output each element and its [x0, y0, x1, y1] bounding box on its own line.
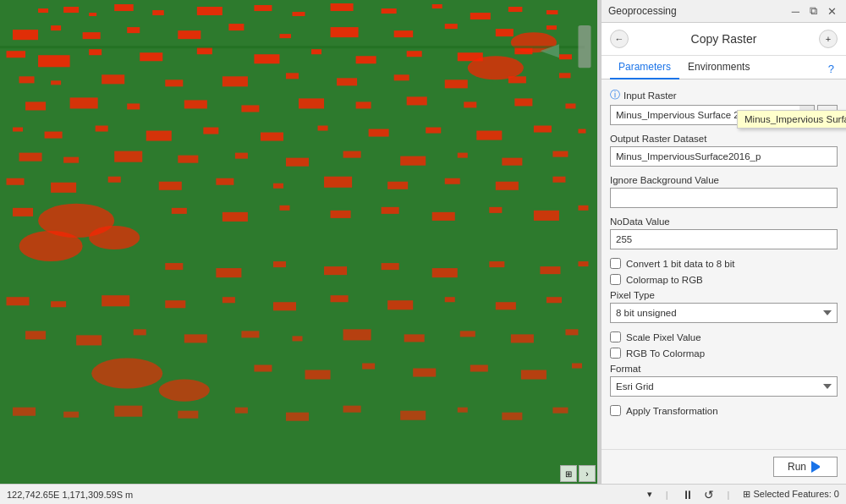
- svg-rect-138: [460, 331, 475, 337]
- svg-rect-82: [400, 156, 426, 166]
- svg-rect-146: [413, 369, 436, 377]
- nodata-value-input[interactable]: [610, 229, 838, 249]
- svg-rect-94: [445, 178, 460, 184]
- svg-rect-45: [286, 73, 299, 79]
- svg-rect-10: [432, 4, 442, 8]
- rgb-to-colormap-row: RGB To Colormap: [610, 348, 838, 359]
- svg-rect-159: [502, 413, 522, 420]
- rgb-to-colormap-label[interactable]: RGB To Colormap: [626, 348, 705, 359]
- svg-rect-40: [19, 76, 35, 83]
- svg-rect-116: [489, 261, 504, 267]
- dropdown-arrow[interactable]: ▾: [647, 489, 652, 500]
- svg-rect-143: [254, 365, 272, 372]
- svg-rect-44: [222, 76, 248, 86]
- svg-rect-18: [178, 30, 201, 39]
- scale-pixel-label[interactable]: Scale Pixel Value: [626, 332, 701, 342]
- dock-icon[interactable]: ⧉: [807, 3, 820, 19]
- svg-rect-124: [273, 302, 296, 310]
- forward-button[interactable]: +: [819, 30, 838, 48]
- svg-rect-68: [261, 133, 283, 141]
- svg-rect-132: [134, 329, 146, 335]
- svg-rect-129: [547, 297, 562, 303]
- nodata-value-group: NoData Value: [610, 216, 838, 249]
- svg-rect-12: [508, 7, 523, 12]
- svg-rect-137: [404, 334, 425, 342]
- rgb-to-colormap-checkbox[interactable]: [610, 348, 621, 359]
- input-raster-info-icon[interactable]: ⓘ: [610, 88, 620, 102]
- toolbar-extra-button[interactable]: ›: [579, 465, 596, 482]
- pixel-type-label: Pixel Type: [610, 290, 838, 300]
- svg-rect-127: [445, 297, 455, 302]
- help-button[interactable]: ?: [825, 59, 838, 79]
- run-button[interactable]: Run: [773, 457, 838, 477]
- svg-rect-53: [127, 103, 140, 109]
- pixel-type-row: 8 bit unsigned 1 bit 8 bit signed 16 bit…: [610, 303, 838, 323]
- svg-rect-104: [331, 211, 351, 218]
- refresh-icon[interactable]: ↺: [704, 488, 714, 501]
- nodata-value-row: [610, 229, 838, 249]
- svg-rect-61: [565, 103, 575, 108]
- output-raster-label: Output Raster Dataset: [610, 134, 838, 144]
- convert-1bit-label[interactable]: Convert 1 bit data to 8 bit: [626, 259, 735, 269]
- svg-rect-64: [45, 132, 63, 139]
- svg-rect-90: [216, 178, 233, 185]
- svg-rect-3: [114, 4, 134, 11]
- close-icon[interactable]: ✕: [825, 4, 839, 19]
- svg-rect-19: [228, 24, 244, 30]
- svg-rect-88: [108, 177, 121, 183]
- colormap-to-rgb-label[interactable]: Colormap to RGB: [626, 275, 703, 285]
- apply-transformation-row: Apply Transformation: [610, 405, 838, 416]
- select-icon: ⊞: [743, 489, 750, 499]
- colormap-to-rgb-row: Colormap to RGB: [610, 274, 838, 285]
- svg-rect-67: [203, 128, 218, 134]
- svg-rect-11: [470, 13, 491, 19]
- svg-rect-81: [343, 151, 361, 158]
- svg-rect-130: [25, 331, 46, 339]
- svg-rect-111: [216, 268, 241, 277]
- svg-rect-28: [89, 49, 102, 55]
- svg-rect-9: [382, 8, 397, 14]
- format-select[interactable]: Esri Grid TIFF PNG JPEG: [610, 376, 838, 397]
- svg-rect-57: [356, 101, 371, 108]
- svg-rect-158: [458, 408, 468, 413]
- svg-rect-26: [7, 51, 26, 58]
- svg-rect-134: [241, 331, 259, 337]
- svg-rect-118: [578, 261, 588, 266]
- pin-icon[interactable]: ─: [789, 4, 802, 19]
- nodata-value-label: NoData Value: [610, 216, 838, 227]
- svg-rect-16: [83, 32, 101, 39]
- coordinates-display: 122,742.65E 1,171,309.59S m: [7, 490, 637, 500]
- ignore-background-input[interactable]: [610, 188, 838, 208]
- convert-1bit-checkbox[interactable]: [610, 258, 621, 269]
- svg-rect-112: [273, 261, 286, 267]
- pixel-type-select[interactable]: 8 bit unsigned 1 bit 8 bit signed 16 bit…: [610, 303, 838, 323]
- panel-content: ⓘ Input Raster ▾ 📁 Output Raster Dataset: [602, 79, 846, 449]
- pause-icon[interactable]: ⏸: [682, 488, 694, 501]
- svg-rect-106: [432, 212, 455, 221]
- ignore-background-row: [610, 188, 838, 208]
- svg-rect-83: [458, 153, 468, 158]
- apply-transformation-label[interactable]: Apply Transformation: [626, 406, 718, 416]
- colormap-to-rgb-checkbox[interactable]: [610, 274, 621, 285]
- back-button[interactable]: ←: [610, 30, 629, 48]
- svg-rect-5: [197, 7, 222, 15]
- scale-pixel-checkbox[interactable]: [610, 331, 621, 342]
- svg-rect-108: [534, 211, 559, 221]
- svg-rect-149: [572, 364, 582, 369]
- output-raster-input[interactable]: [610, 146, 838, 167]
- svg-rect-151: [63, 412, 79, 418]
- apply-transformation-checkbox[interactable]: [610, 405, 621, 416]
- svg-rect-144: [305, 370, 331, 380]
- tab-parameters[interactable]: Parameters: [610, 56, 679, 79]
- map-area[interactable]: ⊞ ›: [0, 0, 597, 484]
- svg-rect-6: [254, 5, 272, 11]
- layers-button[interactable]: ⊞: [560, 465, 577, 482]
- tab-environments[interactable]: Environments: [679, 56, 758, 79]
- svg-rect-72: [476, 131, 502, 140]
- status-bar: 122,742.65E 1,171,309.59S m ▾ | ⏸ ↺ | ⊞ …: [0, 484, 846, 504]
- svg-rect-23: [445, 24, 458, 29]
- svg-rect-96: [552, 177, 565, 183]
- svg-rect-60: [514, 98, 532, 106]
- svg-rect-63: [13, 128, 23, 132]
- svg-rect-17: [127, 27, 140, 33]
